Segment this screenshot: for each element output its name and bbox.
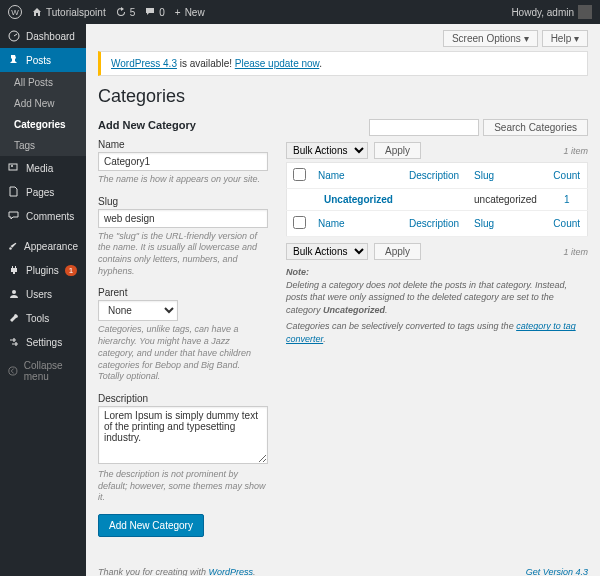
svg-rect-1 bbox=[9, 164, 17, 170]
bulk-apply-top[interactable]: Apply bbox=[374, 142, 421, 159]
sidebar-label: Dashboard bbox=[26, 31, 75, 42]
sidebar-item-media[interactable]: Media bbox=[0, 156, 86, 180]
account-link[interactable]: Howdy, admin bbox=[511, 5, 592, 19]
item-count-top: 1 item bbox=[563, 146, 588, 156]
sidebar-item-comments[interactable]: Comments bbox=[0, 204, 86, 228]
bulk-actions-select-top[interactable]: Bulk Actions bbox=[286, 142, 368, 159]
collapse-icon bbox=[8, 365, 18, 377]
comment-icon bbox=[8, 210, 20, 222]
sidebar-item-plugins[interactable]: Plugins 1 bbox=[0, 258, 86, 282]
sidebar-item-tools[interactable]: Tools bbox=[0, 306, 86, 330]
page-icon bbox=[8, 186, 20, 198]
name-help: The name is how it appears on your site. bbox=[98, 174, 268, 186]
bulk-actions-select-bottom[interactable]: Bulk Actions bbox=[286, 243, 368, 260]
brush-icon bbox=[8, 240, 18, 252]
sidebar-item-users[interactable]: Users bbox=[0, 282, 86, 306]
sidebar-label: Media bbox=[26, 163, 53, 174]
site-link[interactable]: Tutorialspoint bbox=[32, 7, 106, 18]
sidebar-item-collapse[interactable]: Collapse menu bbox=[0, 354, 86, 388]
update-notice: WordPress 4.3 is available! Please updat… bbox=[98, 51, 588, 76]
description-textarea[interactable]: Lorem Ipsum is simply dummy text of the … bbox=[98, 406, 268, 464]
sidebar-item-appearance[interactable]: Appearance bbox=[0, 234, 86, 258]
page-title: Categories bbox=[98, 86, 588, 107]
sidebar-item-pages[interactable]: Pages bbox=[0, 180, 86, 204]
description-label: Description bbox=[98, 393, 268, 404]
avatar bbox=[578, 5, 592, 19]
updates-link[interactable]: 5 bbox=[116, 7, 136, 18]
col-name[interactable]: Name bbox=[318, 170, 345, 181]
sidebar-sub-tags[interactable]: Tags bbox=[0, 135, 86, 156]
col-count[interactable]: Count bbox=[553, 170, 580, 181]
sidebar-item-posts[interactable]: Posts bbox=[0, 48, 86, 72]
search-input[interactable] bbox=[369, 119, 479, 136]
svg-point-3 bbox=[9, 247, 12, 250]
sidebar-sub-all-posts[interactable]: All Posts bbox=[0, 72, 86, 93]
col-slug-foot[interactable]: Slug bbox=[474, 218, 494, 229]
media-icon bbox=[8, 162, 20, 174]
site-name: Tutorialspoint bbox=[46, 7, 106, 18]
plus-icon: + bbox=[175, 7, 181, 18]
sidebar-label: Users bbox=[26, 289, 52, 300]
updates-count: 5 bbox=[130, 7, 136, 18]
plugins-badge: 1 bbox=[65, 265, 77, 276]
notice-version-link[interactable]: WordPress 4.3 bbox=[111, 58, 177, 69]
comments-link[interactable]: 0 bbox=[145, 7, 165, 18]
comments-count: 0 bbox=[159, 7, 165, 18]
svg-point-2 bbox=[11, 165, 13, 167]
settings-icon bbox=[8, 336, 20, 348]
categories-table: Name Description Slug Count Uncategorize… bbox=[286, 162, 588, 237]
sidebar-label: Appearance bbox=[24, 241, 78, 252]
tools-icon bbox=[8, 312, 20, 324]
footer-wp-link[interactable]: WordPress bbox=[209, 567, 254, 576]
comment-icon bbox=[145, 7, 155, 17]
pin-icon bbox=[8, 54, 20, 66]
notice-text: is available! bbox=[177, 58, 235, 69]
col-slug[interactable]: Slug bbox=[474, 170, 494, 181]
plugin-icon bbox=[8, 264, 20, 276]
sidebar-label: Posts bbox=[26, 55, 51, 66]
dashboard-icon bbox=[8, 30, 20, 42]
col-description[interactable]: Description bbox=[409, 170, 459, 181]
parent-select[interactable]: None bbox=[98, 300, 178, 321]
note-label: Note: bbox=[286, 267, 309, 277]
row-name-link[interactable]: Uncategorized bbox=[318, 194, 393, 205]
new-link[interactable]: + New bbox=[175, 7, 205, 18]
sidebar-label: Comments bbox=[26, 211, 74, 222]
slug-input[interactable] bbox=[98, 209, 268, 228]
sidebar-item-dashboard[interactable]: Dashboard bbox=[0, 24, 86, 48]
sidebar-sub-add-new[interactable]: Add New bbox=[0, 93, 86, 114]
notes-block: Note: Deleting a category does not delet… bbox=[286, 266, 588, 346]
parent-help: Categories, unlike tags, can have a hier… bbox=[98, 324, 268, 382]
add-category-form: Add New Category Name The name is how it… bbox=[98, 119, 268, 537]
col-description-foot[interactable]: Description bbox=[409, 218, 459, 229]
select-all-bottom[interactable] bbox=[293, 216, 306, 229]
footer-version-link[interactable]: Get Version 4.3 bbox=[526, 567, 588, 576]
sidebar-label: Plugins bbox=[26, 265, 59, 276]
sidebar-label: Pages bbox=[26, 187, 54, 198]
row-count-link[interactable]: 1 bbox=[564, 194, 570, 205]
admin-sidebar: Dashboard Posts All Posts Add New Catego… bbox=[0, 24, 86, 576]
new-label: New bbox=[185, 7, 205, 18]
sidebar-item-settings[interactable]: Settings bbox=[0, 330, 86, 354]
select-all-top[interactable] bbox=[293, 168, 306, 181]
help-toggle[interactable]: Help ▾ bbox=[542, 30, 588, 47]
notice-update-link[interactable]: Please update now bbox=[235, 58, 320, 69]
table-row: Uncategorized uncategorized 1 bbox=[287, 189, 588, 211]
search-button[interactable]: Search Categories bbox=[483, 119, 588, 136]
add-category-button[interactable]: Add New Category bbox=[98, 514, 204, 537]
admin-footer: Thank you for creating with WordPress. G… bbox=[98, 567, 588, 576]
svg-point-5 bbox=[9, 367, 17, 375]
name-input[interactable] bbox=[98, 152, 268, 171]
category-list-panel: Search Categories Bulk Actions Apply 1 i… bbox=[286, 119, 588, 537]
note-line2: Categories can be selectively converted … bbox=[286, 321, 516, 331]
note-default-cat: Uncategorized bbox=[323, 305, 385, 315]
sidebar-label: Settings bbox=[26, 337, 62, 348]
screen-options-toggle[interactable]: Screen Options ▾ bbox=[443, 30, 538, 47]
bulk-apply-bottom[interactable]: Apply bbox=[374, 243, 421, 260]
col-count-foot[interactable]: Count bbox=[553, 218, 580, 229]
sidebar-sub-categories[interactable]: Categories bbox=[0, 114, 86, 135]
form-heading: Add New Category bbox=[98, 119, 268, 131]
col-name-foot[interactable]: Name bbox=[318, 218, 345, 229]
wp-logo[interactable]: W bbox=[8, 5, 22, 19]
parent-label: Parent bbox=[98, 287, 268, 298]
